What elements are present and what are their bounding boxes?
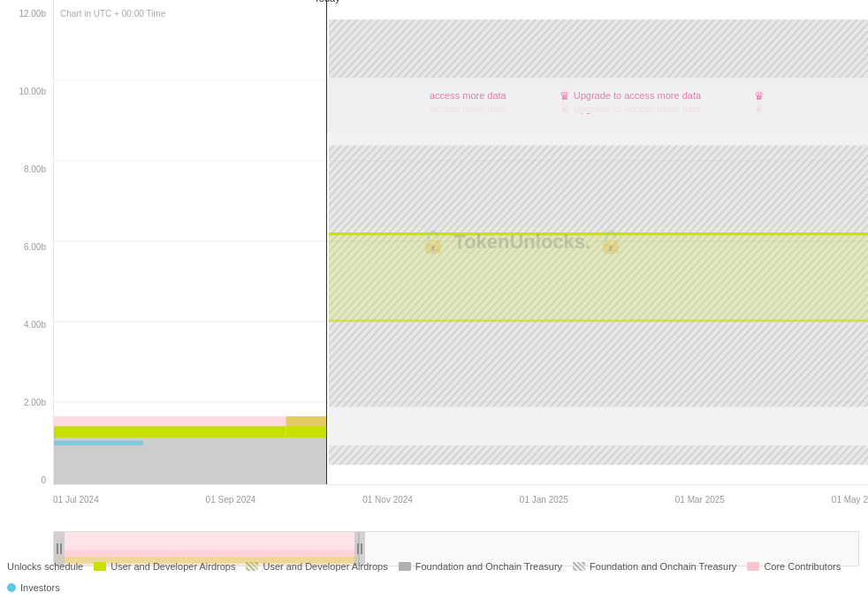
y-label-12: 12.00b [19,9,46,19]
upgrade-text-6: ♛ [754,89,765,103]
watermark-lock-icon: 🔓 [420,230,446,254]
legend-title-label: Unlocks schedule [7,561,83,572]
legend-item-core: Core Contributors [747,561,841,572]
legend-label-foundation-hatch: Foundation and Onchain Treasury [590,561,736,572]
svg-rect-8 [54,426,286,437]
legend-label-core: Core Contributors [764,561,841,572]
y-label-2: 2.00b [24,398,46,407]
x-label-sep: 01 Sep 2024 [206,495,256,505]
crown-icon-3: ♛ [560,89,570,103]
svg-rect-16 [329,406,868,445]
svg-rect-13 [54,416,327,426]
svg-rect-12 [329,320,868,322]
legend-item-investors: Investors [7,582,60,593]
legend-swatch-investors [7,583,16,592]
y-label-8: 8.00b [24,164,46,174]
watermark-lock-icon-2: 🔓 [598,230,624,254]
legend-label-airdrop-hatch: User and Developer Airdrops [263,561,387,572]
y-label-10: 10.00b [19,87,46,96]
legend-swatch-foundation-solid [399,562,411,571]
upgrade-text-label-2: Upgrade to access more data [574,90,701,101]
y-label-0: 0 [41,475,46,485]
upgrade-text-5: ♛ Upgrade to access more data [560,89,701,103]
legend-item-foundation-hatch: Foundation and Onchain Treasury [573,561,736,572]
access-text-2: access more data [430,90,506,101]
upgrade-overlay-bottom: access more data ♛ Upgrade to access mor… [326,78,868,113]
x-label-nov: 01 Nov 2024 [362,495,413,505]
legend-swatch-airdrop-hatch [246,562,258,571]
chart-container: 12.00b 10.00b 8.00b 6.00b 4.00b 2.00b 0 … [0,0,868,600]
upgrade-text-4: access more data [430,90,506,101]
x-axis: 01 Jul 2024 01 Sep 2024 01 Nov 2024 01 J… [53,491,868,505]
today-label: Today [314,0,339,4]
x-label-may: 01 May 2 [832,495,868,505]
crown-icon-4: ♛ [754,89,765,103]
watermark: 🔓 TokenUnlocks. 🔓 [420,230,624,254]
y-label-6: 6.00b [24,242,46,252]
svg-rect-14 [54,441,143,445]
legend-item-airdrop-hatch: User and Developer Airdrops [246,561,387,572]
y-label-4: 4.00b [24,320,46,330]
x-label-jan: 01 Jan 2025 [520,495,568,505]
legend: Unlocks schedule User and Developer Aird… [0,558,868,596]
legend-swatch-foundation-hatch [573,562,585,571]
chart-inner: Today access more data ♛ Upgrade to acce… [53,0,868,485]
legend-label-foundation-solid: Foundation and Onchain Treasury [415,561,562,572]
legend-item-airdrop-solid: User and Developer Airdrops [94,561,235,572]
x-label-mar: 01 Mar 2025 [675,495,725,505]
legend-label-investors: Investors [20,582,60,593]
today-line: Today [326,0,327,484]
legend-item-foundation-solid: Foundation and Onchain Treasury [399,561,562,572]
y-axis: 12.00b 10.00b 8.00b 6.00b 4.00b 2.00b 0 [0,9,51,485]
legend-swatch-airdrop-solid [94,562,106,571]
legend-swatch-core [747,562,759,571]
legend-label-airdrop-solid: User and Developer Airdrops [110,561,235,572]
x-label-jul: 01 Jul 2024 [53,495,99,505]
legend-title: Unlocks schedule [7,561,83,572]
watermark-label: TokenUnlocks. [453,231,590,254]
